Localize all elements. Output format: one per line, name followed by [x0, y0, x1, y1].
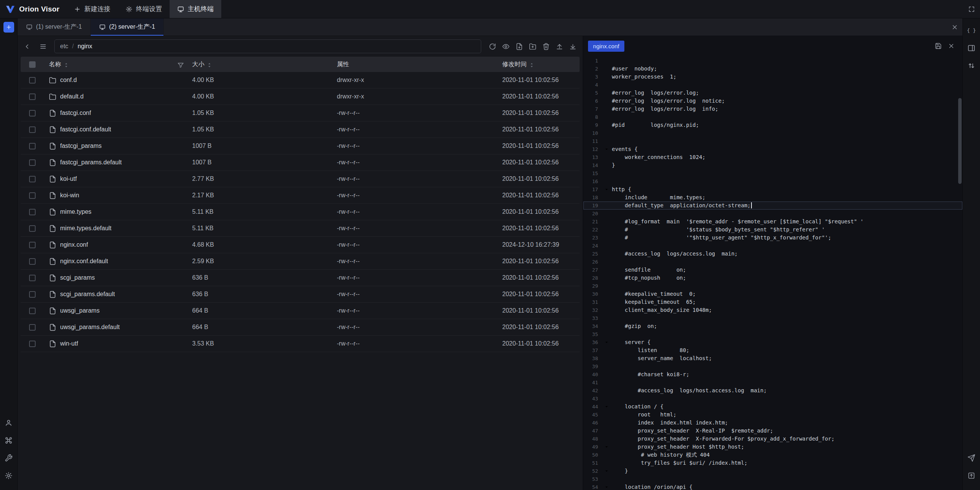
fold-chevron-icon[interactable]: [601, 483, 612, 490]
sort-panels-button[interactable]: [965, 59, 978, 72]
file-name[interactable]: fastcgi_params.default: [60, 159, 122, 166]
editor-line[interactable]: 26: [583, 258, 962, 266]
editor-line[interactable]: 43: [583, 395, 962, 403]
new-file-button[interactable]: [513, 40, 526, 53]
file-name[interactable]: koi-win: [60, 192, 79, 199]
filter-name-icon[interactable]: [177, 62, 183, 67]
send-command-button[interactable]: [965, 451, 978, 464]
editor-file-tab[interactable]: nginx.conf: [588, 41, 624, 52]
close-editor-button[interactable]: [945, 39, 958, 52]
editor-line[interactable]: 45 root html;: [583, 411, 962, 419]
editor-line[interactable]: 52 }: [583, 467, 962, 475]
editor-line[interactable]: 33: [583, 314, 962, 322]
row-checkbox[interactable]: [29, 209, 36, 215]
new-folder-button[interactable]: [526, 40, 539, 53]
file-row[interactable]: koi-utf2.77 KB-rw-r--r--2020-11-01 10:02…: [21, 171, 580, 187]
file-row[interactable]: conf.d4.00 KBdrwxr-xr-x2020-11-01 10:02:…: [21, 72, 580, 88]
breadcrumb-segment[interactable]: etc: [60, 43, 68, 50]
file-name[interactable]: uwsgi_params: [60, 307, 100, 314]
editor-line[interactable]: 12events {: [583, 145, 962, 153]
editor-line[interactable]: 16: [583, 177, 962, 185]
fold-chevron-icon[interactable]: [601, 403, 612, 411]
file-name[interactable]: mime.types: [60, 208, 91, 215]
file-row[interactable]: mime.types5.11 KB-rw-r--r--2020-11-01 10…: [21, 204, 580, 220]
row-checkbox[interactable]: [29, 192, 36, 199]
editor-line[interactable]: 25 #access_log logs/access.log main;: [583, 250, 962, 258]
file-name[interactable]: nginx.conf.default: [60, 258, 108, 265]
editor-line[interactable]: 1: [583, 57, 962, 65]
menu-host-terminal[interactable]: 主机终端: [170, 0, 221, 18]
panel-layout-button[interactable]: [965, 41, 978, 54]
fold-chevron-icon[interactable]: [601, 145, 612, 153]
transfer-button[interactable]: [965, 469, 978, 482]
terminal-tab-2[interactable]: (2) server-生产-1: [91, 18, 164, 36]
editor-line[interactable]: 14}: [583, 161, 962, 169]
fold-chevron-icon[interactable]: [601, 443, 612, 451]
file-row[interactable]: nginx.conf.default2.59 KB-rw-r--r--2020-…: [21, 253, 580, 270]
back-button[interactable]: [21, 40, 34, 53]
editor-line[interactable]: 11: [583, 137, 962, 145]
upload-button[interactable]: [553, 40, 566, 53]
save-file-button[interactable]: [932, 39, 945, 52]
editor-line[interactable]: 39: [583, 362, 962, 370]
fold-chevron-icon[interactable]: [601, 185, 612, 193]
editor-line[interactable]: 18 include mime.types;: [583, 193, 962, 202]
row-checkbox[interactable]: [29, 341, 36, 347]
file-name[interactable]: nginx.conf: [60, 241, 88, 248]
file-name[interactable]: fastcgi_params: [60, 143, 102, 149]
close-panel-button[interactable]: [947, 18, 962, 36]
editor-line[interactable]: 7#error_log logs/error.log info;: [583, 105, 962, 113]
editor-line[interactable]: 48 proxy_set_header X-Forwarded-For $pro…: [583, 435, 962, 443]
file-row[interactable]: fastcgi.conf.default1.05 KB-rw-r--r--202…: [21, 121, 580, 138]
row-checkbox[interactable]: [29, 324, 36, 331]
file-name[interactable]: scgi_params.default: [60, 291, 115, 298]
row-checkbox[interactable]: [29, 308, 36, 314]
file-row[interactable]: win-utf3.53 KB-rw-r--r--2020-11-01 10:02…: [21, 336, 580, 352]
editor-line[interactable]: 42 #access_log logs/host.access.log main…: [583, 387, 962, 395]
editor-line[interactable]: 51 try_files $uri $uri/ /index.html;: [583, 459, 962, 467]
sort-size-icon[interactable]: [206, 62, 211, 67]
menu-new-connection[interactable]: 新建连接: [66, 0, 118, 18]
editor-line[interactable]: 29: [583, 282, 962, 290]
refresh-button[interactable]: [486, 40, 499, 53]
editor-line[interactable]: 10: [583, 129, 962, 137]
column-mtime-label[interactable]: 修改时间: [502, 61, 527, 69]
file-name[interactable]: default.d: [60, 93, 83, 100]
file-row[interactable]: scgi_params.default636 B-rw-r--r--2020-1…: [21, 286, 580, 303]
file-name[interactable]: fastcgi.conf.default: [60, 126, 111, 133]
editor-line[interactable]: 34 #gzip on;: [583, 322, 962, 330]
editor-scrollbar[interactable]: [958, 56, 962, 490]
file-name[interactable]: conf.d: [60, 77, 77, 84]
editor-line[interactable]: 3worker_processes 1;: [583, 73, 962, 81]
row-checkbox[interactable]: [29, 176, 36, 182]
preview-hidden-button[interactable]: [499, 40, 513, 53]
download-button[interactable]: [566, 40, 580, 53]
editor-line[interactable]: 38 server_name localhost;: [583, 354, 962, 362]
row-checkbox[interactable]: [29, 143, 36, 149]
editor-line[interactable]: 19 default_type application/octet-stream…: [583, 202, 962, 210]
column-size-label[interactable]: 大小: [192, 61, 204, 69]
editor-line[interactable]: 53: [583, 475, 962, 483]
row-checkbox[interactable]: [29, 77, 36, 84]
row-checkbox[interactable]: [29, 225, 36, 232]
editor-line[interactable]: 15: [583, 169, 962, 177]
file-row[interactable]: uwsgi_params.default664 B-rw-r--r--2020-…: [21, 319, 580, 336]
editor-line[interactable]: 2#user nobody;: [583, 65, 962, 73]
editor-line[interactable]: 6#error_log logs/error.log notice;: [583, 97, 962, 105]
editor-line[interactable]: 9#pid logs/nginx.pid;: [583, 121, 962, 129]
editor-line[interactable]: 46 index index.html index.htm;: [583, 419, 962, 427]
editor-line[interactable]: 27 sendfile on;: [583, 266, 962, 274]
sort-mtime-icon[interactable]: [528, 62, 534, 67]
editor-line[interactable]: 5#error_log logs/error.log;: [583, 89, 962, 97]
editor-line[interactable]: 24: [583, 242, 962, 250]
fold-chevron-icon[interactable]: [601, 467, 612, 475]
file-row[interactable]: fastcgi.conf1.05 KB-rw-r--r--2020-11-01 …: [21, 105, 580, 121]
row-checkbox[interactable]: [29, 93, 36, 100]
delete-button[interactable]: [539, 40, 553, 53]
file-row[interactable]: koi-win2.17 KB-rw-r--r--2020-11-01 10:02…: [21, 187, 580, 204]
editor-line[interactable]: 8: [583, 113, 962, 121]
editor-line[interactable]: 21 #log_format main '$remote_addr - $rem…: [583, 218, 962, 226]
editor-line[interactable]: 37 listen 80;: [583, 346, 962, 354]
menu-terminal-settings[interactable]: 终端设置: [118, 0, 170, 18]
settings-button[interactable]: [2, 469, 15, 482]
